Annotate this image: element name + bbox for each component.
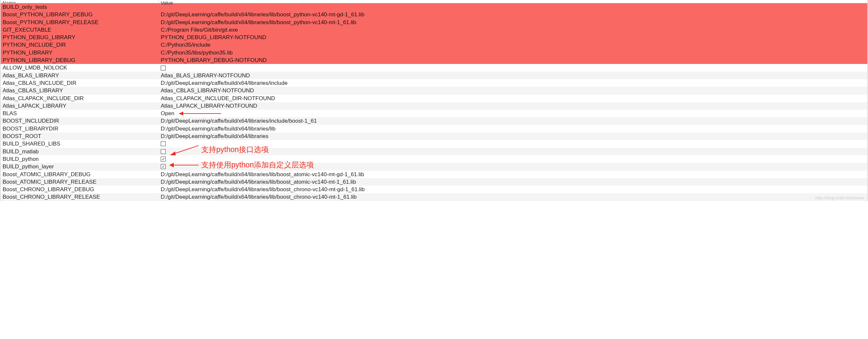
cell-name[interactable]: BUILD_python_layer [1,163,159,170]
cell-value[interactable]: C:/Python35/include [159,41,867,48]
cell-name[interactable]: Atlas_LAPACK_LIBRARY [1,102,159,110]
cell-name[interactable]: BLAS [1,110,159,117]
cell-name[interactable]: Atlas_CLAPACK_INCLUDE_DIR [1,95,159,102]
checkbox-icon[interactable]: ✓ [161,157,166,162]
cell-value[interactable]: D:/git/DeepLearning/caffe/build/x64/libr… [159,125,867,132]
cell-value[interactable] [159,66,867,70]
cell-name[interactable]: Boost_ATOMIC_LIBRARY_RELEASE [1,178,159,185]
table-row[interactable]: Boost_CHRONO_LIBRARY_RELEASED:/git/DeepL… [1,193,867,201]
table-row[interactable]: PYTHON_DEBUG_LIBRARYPYTHON_DEBUG_LIBRARY… [1,34,867,41]
cell-name[interactable]: ALLOW_LMDB_NOLOCK [1,64,159,71]
cmake-cache-panel: Name Value BUILD_only_testsBoost_PYTHON_… [0,0,868,201]
checkbox-icon[interactable] [161,141,166,146]
cell-name[interactable]: BUILD_only_tests [1,3,159,11]
cell-value[interactable]: D:/git/DeepLearning/caffe/build/x64/libr… [159,193,867,201]
table-row[interactable]: Atlas_CLAPACK_INCLUDE_DIRAtlas_CLAPACK_I… [1,95,867,102]
table-row[interactable]: PYTHON_LIBRARYC:/Python35/libs/python35.… [1,49,867,57]
cell-value[interactable]: ✓ [159,164,867,169]
table-row[interactable]: BUILD_python✓ [1,155,867,163]
table-row[interactable]: Atlas_CBLAS_INCLUDE_DIRD:/git/DeepLearni… [1,79,867,87]
table-row[interactable]: Boost_ATOMIC_LIBRARY_RELEASED:/git/DeepL… [1,178,867,185]
cell-value[interactable]: PYTHON_LIBRARY_DEBUG-NOTFOUND [159,57,867,64]
table-row[interactable]: PYTHON_INCLUDE_DIRC:/Python35/include [1,41,867,48]
table-row[interactable]: GIT_EXECUTABLEC:/Program Files/Git/bin/g… [1,26,867,34]
cell-value[interactable]: D:/git/DeepLearning/caffe/build/x64/libr… [159,178,867,185]
header-name[interactable]: Name [1,0,159,3]
cell-value[interactable]: D:/git/DeepLearning/caffe/build/x64/libr… [159,171,867,178]
cell-value[interactable]: Atlas_CLAPACK_INCLUDE_DIR-NOTFOUND [159,95,867,102]
table-row[interactable]: BOOST_ROOTD:/git/DeepLearning/caffe/buil… [1,132,867,140]
table-row[interactable]: PYTHON_LIBRARY_DEBUGPYTHON_LIBRARY_DEBUG… [1,57,867,64]
table-row[interactable]: BOOST_INCLUDEDIRD:/git/DeepLearning/caff… [1,117,867,125]
table-row[interactable]: BUILD_matlab [1,148,867,155]
cell-name[interactable]: Boost_ATOMIC_LIBRARY_DEBUG [1,171,159,178]
cell-value[interactable]: D:/git/DeepLearning/caffe/build/x64/libr… [159,185,867,193]
table-row[interactable]: ALLOW_LMDB_NOLOCK [1,64,867,71]
table-row[interactable]: Atlas_LAPACK_LIBRARYAtlas_LAPACK_LIBRARY… [1,102,867,110]
cell-value[interactable]: C:/Program Files/Git/bin/git.exe [159,26,867,34]
cell-name[interactable]: BOOST_LIBRARYDIR [1,125,159,132]
table-body: BUILD_only_testsBoost_PYTHON_LIBRARY_DEB… [1,3,867,201]
checkbox-icon[interactable] [161,66,166,70]
table-row[interactable]: Boost_PYTHON_LIBRARY_RELEASED:/git/DeepL… [1,19,867,26]
table-header: Name Value [1,0,867,3]
table-row[interactable]: BOOST_LIBRARYDIRD:/git/DeepLearning/caff… [1,125,867,132]
cell-name[interactable]: BOOST_INCLUDEDIR [1,117,159,125]
cell-value[interactable]: D:/git/DeepLearning/caffe/build/x64/libr… [159,19,867,26]
cell-name[interactable]: Atlas_CBLAS_INCLUDE_DIR [1,79,159,87]
cell-value[interactable]: Atlas_LAPACK_LIBRARY-NOTFOUND [159,102,867,110]
checkbox-icon[interactable] [161,149,166,154]
cell-name[interactable]: PYTHON_LIBRARY [1,49,159,57]
cell-name[interactable]: Atlas_BLAS_LIBRARY [1,72,159,79]
cell-name[interactable]: BUILD_SHARED_LIBS [1,140,159,147]
cell-name[interactable]: Boost_CHRONO_LIBRARY_DEBUG [1,185,159,193]
checkbox-icon[interactable]: ✓ [161,164,166,169]
table-row[interactable]: Atlas_CBLAS_LIBRARYAtlas_CBLAS_LIBRARY-N… [1,87,867,94]
cell-value[interactable]: D:/git/DeepLearning/caffe/build/x64/libr… [159,117,867,125]
cell-value[interactable]: ✓ [159,157,867,162]
cell-name[interactable]: PYTHON_DEBUG_LIBRARY [1,34,159,41]
cell-value[interactable]: Atlas_CBLAS_LIBRARY-NOTFOUND [159,87,867,94]
cell-value[interactable] [159,141,867,146]
cell-value[interactable] [159,149,867,154]
cell-value[interactable]: D:/git/DeepLearning/caffe/build/x64/libr… [159,132,867,140]
cell-name[interactable]: Boost_PYTHON_LIBRARY_RELEASE [1,19,159,26]
table-row[interactable]: Boost_PYTHON_LIBRARY_DEBUGD:/git/DeepLea… [1,11,867,18]
cell-value[interactable]: PYTHON_DEBUG_LIBRARY-NOTFOUND [159,34,867,41]
table-row[interactable]: BUILD_only_tests [1,3,867,11]
cell-name[interactable]: PYTHON_INCLUDE_DIR [1,41,159,48]
cell-value[interactable]: D:/git/DeepLearning/caffe/build/x64/libr… [159,79,867,87]
header-value[interactable]: Value [159,0,867,3]
table-row[interactable]: BUILD_python_layer✓ [1,163,867,170]
cell-name[interactable]: Atlas_CBLAS_LIBRARY [1,87,159,94]
cell-value[interactable]: D:/git/DeepLearning/caffe/build/x64/libr… [159,11,867,18]
cell-name[interactable]: Boost_CHRONO_LIBRARY_RELEASE [1,193,159,201]
cell-name[interactable]: BOOST_ROOT [1,132,159,140]
table-row[interactable]: Boost_CHRONO_LIBRARY_DEBUGD:/git/DeepLea… [1,185,867,193]
cell-name[interactable]: PYTHON_LIBRARY_DEBUG [1,57,159,64]
cell-name[interactable]: BUILD_matlab [1,148,159,155]
table-row[interactable]: Boost_ATOMIC_LIBRARY_DEBUGD:/git/DeepLea… [1,171,867,178]
cell-name[interactable]: GIT_EXECUTABLE [1,26,159,34]
cell-value[interactable]: C:/Python35/libs/python35.lib [159,49,867,57]
cell-name[interactable]: Boost_PYTHON_LIBRARY_DEBUG [1,11,159,18]
cell-value[interactable]: Open [159,110,867,117]
cell-value[interactable]: Atlas_BLAS_LIBRARY-NOTFOUND [159,72,867,79]
table-row[interactable]: Atlas_BLAS_LIBRARYAtlas_BLAS_LIBRARY-NOT… [1,72,867,79]
cell-name[interactable]: BUILD_python [1,155,159,163]
table-row[interactable]: BLASOpen [1,110,867,117]
watermark: http://blog.csdn.net/lovexi [815,196,864,200]
table-row[interactable]: BUILD_SHARED_LIBS [1,140,867,147]
